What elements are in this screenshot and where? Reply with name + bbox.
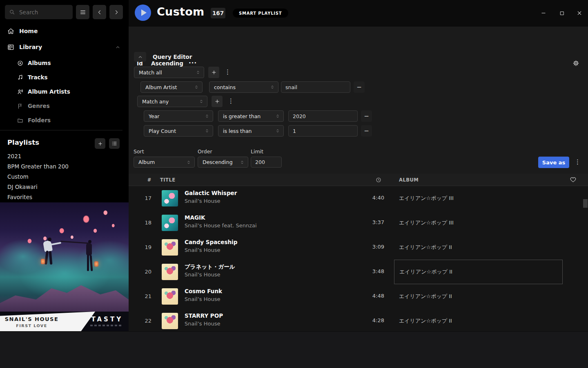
playlist-view-button[interactable] (109, 138, 120, 149)
track-album[interactable]: エイリアン☆ポップ II (399, 244, 452, 251)
limit-input[interactable] (251, 157, 282, 168)
rule-field-select[interactable]: Album Artist (140, 81, 203, 93)
close-button[interactable] (574, 8, 585, 18)
match-type-select[interactable]: Match all (134, 67, 204, 78)
search-input[interactable] (18, 9, 69, 16)
track-artist[interactable]: Snail’s House (185, 247, 220, 253)
rule-field-select[interactable]: Year (144, 110, 213, 122)
group-more-button[interactable]: ⋮ (228, 98, 234, 104)
play-playlist-button[interactable] (135, 4, 151, 21)
now-playing-cover-art[interactable]: SNAIL'S HOUSE FIRST LOVE TASTY (0, 202, 129, 331)
search-box[interactable] (5, 5, 73, 19)
track-duration: 4:28 (357, 317, 384, 323)
rule-field-select[interactable]: Play Count (144, 125, 213, 137)
query-more-button[interactable]: ⋮ (575, 159, 581, 165)
updown-icon (186, 160, 191, 165)
track-thumbnail[interactable] (162, 215, 178, 231)
album-cell[interactable]: エイリアン☆ポップ II (394, 260, 563, 284)
rule-operator-select[interactable]: contains (209, 81, 278, 93)
menu-button[interactable] (76, 5, 89, 19)
track-album[interactable]: エイリアン☆ポップ II (399, 317, 452, 325)
album-cell[interactable]: エイリアン☆ポップ II (394, 309, 563, 331)
sidebar-item-albums[interactable]: Albums (0, 57, 129, 69)
remove-rule-button[interactable]: − (361, 125, 372, 137)
save-as-button[interactable]: Save as (538, 157, 569, 168)
sidebar-item-genres[interactable]: Genres (0, 100, 129, 112)
track-album[interactable]: エイリアン☆ポップ III (399, 195, 454, 202)
track-title[interactable]: MAGIK (185, 214, 205, 221)
sidebar-item-library[interactable]: Library (0, 41, 129, 53)
table-row[interactable]: 17 Galactic Whisper Snail’s House 4:40 エ… (129, 186, 588, 211)
track-artist[interactable]: Snail’s House (185, 272, 220, 278)
minimize-button[interactable] (538, 8, 549, 18)
playlist-item[interactable]: Custom (7, 172, 122, 182)
track-album[interactable]: エイリアン☆ポップ II (399, 293, 452, 300)
track-title[interactable]: Cosmo Funk (185, 288, 222, 294)
track-title[interactable]: Candy Spaceship (185, 239, 237, 245)
sidebar-item-album-artists[interactable]: Album Artists (0, 86, 129, 97)
album-cell[interactable]: エイリアン☆ポップ II (394, 284, 563, 309)
track-thumbnail[interactable] (162, 239, 178, 256)
playlist-item[interactable]: BPM Greater than 200 (7, 162, 122, 172)
forward-button[interactable] (109, 5, 123, 19)
track-title[interactable]: プラネット・ガール (185, 263, 235, 271)
sidebar-item-folders[interactable]: Folders (0, 114, 129, 126)
sidebar-item-home[interactable]: Home (0, 25, 129, 37)
playlist-item[interactable]: 2021 (7, 151, 122, 162)
rule-operator-select[interactable]: is less than (218, 125, 284, 137)
album-cell[interactable]: エイリアン☆ポップ II (394, 235, 563, 260)
track-title[interactable]: Galactic Whisper (185, 190, 237, 196)
table-row[interactable]: 19 Candy Spaceship Snail’s House 3:09 エイ… (129, 235, 588, 260)
column-title[interactable]: TITLE (160, 177, 176, 183)
column-number[interactable]: # (135, 177, 151, 183)
order-select[interactable]: Descending (198, 157, 248, 168)
chevron-up-icon[interactable] (115, 45, 120, 50)
sort-select[interactable]: Album (134, 157, 195, 168)
sort-order-button[interactable]: Ascending (151, 60, 183, 67)
add-rule-button[interactable] (208, 67, 219, 78)
playlist-item[interactable]: Favorites (7, 192, 122, 202)
add-playlist-button[interactable] (95, 138, 105, 149)
match-type-select[interactable]: Match any (137, 96, 207, 107)
add-rule-button[interactable] (212, 96, 223, 107)
query-editor-title: Query Editor (153, 54, 192, 60)
track-thumbnail[interactable] (162, 313, 178, 329)
sidebar-item-tracks[interactable]: Tracks (0, 72, 129, 83)
album-cell[interactable]: エイリアン☆ポップ III (394, 186, 563, 211)
rule-value-input[interactable] (281, 81, 350, 93)
track-album[interactable]: エイリアン☆ポップ II (399, 268, 452, 276)
table-row[interactable]: 21 Cosmo Funk Snail’s House 4:48 エイリアン☆ポ… (129, 284, 588, 309)
column-album[interactable]: ALBUM (399, 177, 419, 183)
scrollbar-thumb[interactable] (583, 199, 588, 208)
rule-operator-select[interactable]: is greater than (218, 110, 284, 122)
remove-rule-button[interactable]: − (361, 110, 372, 122)
settings-gear-button[interactable] (572, 60, 579, 67)
rule-value-input[interactable] (288, 125, 358, 137)
cover-title-text: FIRST LOVE (4, 323, 59, 328)
table-row[interactable]: 20 プラネット・ガール Snail’s House 3:48 エイリアン☆ポッ… (129, 260, 588, 284)
track-artist[interactable]: Snail’s House (185, 296, 220, 302)
query-editor-collapse-button[interactable] (134, 52, 146, 62)
track-artist[interactable]: Snail’s House (185, 321, 220, 327)
playlist-item[interactable]: DJ Okawari (7, 182, 122, 192)
rule-value-input[interactable] (288, 110, 358, 122)
back-button[interactable] (93, 5, 106, 19)
track-thumbnail[interactable] (162, 264, 178, 280)
track-title[interactable]: STARRY POP (185, 312, 223, 319)
sidebar-item-label: Tracks (28, 74, 48, 81)
favorite-column-heart-icon[interactable] (570, 177, 576, 183)
table-row[interactable]: 22 STARRY POP Snail’s House 4:28 エイリアン☆ポ… (129, 309, 588, 331)
track-thumbnail[interactable] (162, 190, 178, 206)
table-row[interactable]: 18 MAGIK Snail’s House feat. Sennzai 3:3… (129, 211, 588, 235)
more-options-button[interactable]: ··· (189, 59, 197, 67)
duration-column-clock-icon[interactable] (376, 177, 381, 183)
track-album[interactable]: エイリアン☆ポップ III (399, 219, 454, 227)
track-duration: 4:48 (357, 293, 384, 299)
track-artist[interactable]: Snail’s House (185, 198, 220, 204)
track-artist[interactable]: Snail’s House feat. Sennzai (185, 222, 257, 229)
group-more-button[interactable]: ⋮ (225, 69, 231, 75)
maximize-button[interactable] (557, 8, 567, 18)
remove-rule-button[interactable]: − (354, 81, 365, 93)
album-cell[interactable]: エイリアン☆ポップ III (394, 211, 563, 235)
track-thumbnail[interactable] (162, 288, 178, 305)
